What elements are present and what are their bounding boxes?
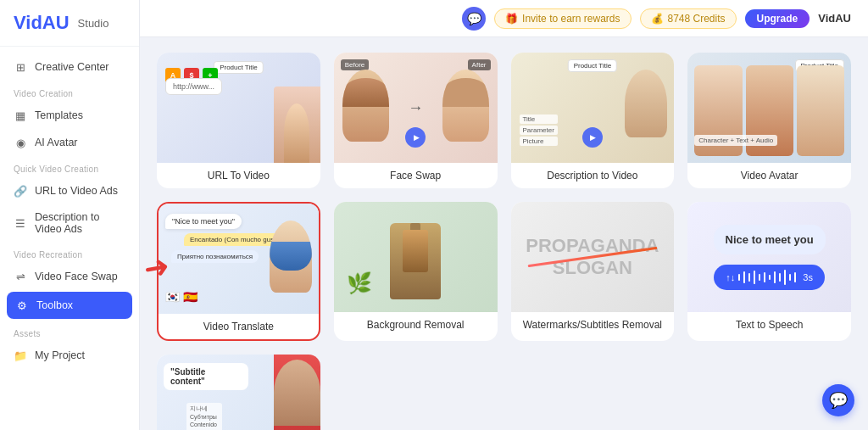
swap-arrow: → (408, 99, 423, 117)
person-shape (284, 103, 309, 163)
bottle-cap (410, 223, 420, 230)
card-thumb-translate: "Nice to meet you" Encantado (Con mucho … (159, 204, 319, 314)
face-head (342, 78, 389, 107)
logo-text: VidAU (14, 12, 70, 34)
cards-grid: Product Title A $ + http://www... URL (157, 53, 851, 430)
sidebar-item-label: Creative Center (35, 61, 109, 73)
subtitle-text: "Subtitle content" (164, 363, 248, 390)
desc-param-labels: Title Parameter Picture (520, 114, 558, 146)
translate-shirt (270, 242, 312, 271)
chat-button[interactable]: 💬 (822, 384, 854, 416)
upgrade-button[interactable]: Upgrade (745, 9, 810, 28)
plant-icon: 🌿 (347, 271, 372, 295)
wave-bar-2 (743, 271, 745, 283)
tts-duration: 3s (803, 272, 813, 282)
discord-icon[interactable]: 💬 (462, 7, 486, 31)
card-label: Face Swap (334, 163, 498, 188)
desc-param-label: Parameter (520, 126, 558, 135)
subtitle-cyrillic: 지나네СубтитрыContenidosubtitulado (186, 403, 222, 430)
card-label: URL To Video (157, 163, 320, 188)
nav-section-video-recreation: Video Recreation (0, 242, 139, 263)
card-label: Video Translate (159, 314, 319, 339)
wave-bar-5 (759, 274, 760, 281)
tts-text-bubble: Nice to meet you (714, 225, 826, 254)
sidebar-item-templates[interactable]: ▦ Templates (0, 102, 139, 129)
avatar-icon: ◉ (14, 136, 27, 149)
bottle-body (403, 230, 428, 272)
card-desc-to-video[interactable]: Product Title Title Parameter Picture ▶ … (511, 53, 675, 188)
wave-bar-6 (764, 272, 765, 282)
desc-product-title: Product Title (568, 59, 617, 72)
sidebar-item-desc-video-ads[interactable]: ☰ Description to Video Ads (0, 204, 139, 242)
card-label: Video Avatar (687, 163, 851, 188)
card-video-avatar[interactable]: Product Title Character + Text + Audio V… (687, 53, 851, 188)
desc-title-label: Title (520, 114, 558, 124)
bottle-shape (390, 223, 441, 299)
card-thumb-tts: Nice to meet you ↑↓ (687, 202, 851, 312)
nav-section-quick-video: Quick Video Creation (0, 156, 139, 177)
sidebar-item-face-swap[interactable]: ⇌ Video Face Swap (0, 263, 139, 290)
play-icon2: ▶ (590, 133, 596, 142)
card-thumb-subtitle: "Subtitle content" 🇰🇷 🇪🇸 지나네СубтитрыCont… (157, 355, 320, 430)
desc-person (625, 70, 667, 137)
desc-picture-label: Picture (520, 137, 558, 146)
credits-icon: 💰 (651, 13, 664, 25)
grid-icon: ⊞ (14, 60, 27, 74)
logo: VidAU Studio (0, 0, 139, 47)
play-button-face: ▶ (405, 127, 426, 148)
propaganda-text: PROPAGANDA (526, 235, 659, 256)
translate-flags: 🇰🇷 🇪🇸 (165, 290, 198, 304)
sidebar-item-label: My Project (35, 349, 85, 361)
play-icon: ▶ (414, 133, 420, 142)
wave-bar-7 (769, 275, 771, 280)
card-video-translate[interactable]: "Nice to meet you" Encantado (Con mucho … (157, 202, 320, 341)
card-text-to-speech[interactable]: Nice to meet you ↑↓ (687, 202, 851, 341)
wave-bar-4 (754, 271, 755, 284)
translate-speech1: "Nice to meet you" (165, 214, 242, 229)
rewards-button[interactable]: 🎁 Invite to earn rewards (494, 8, 631, 29)
nav-section-assets: Assets (0, 321, 139, 342)
card-thumb-face: Before → After ▶ (334, 53, 498, 163)
sidebar-item-my-project[interactable]: 📁 My Project (0, 342, 139, 369)
url-box: http://www... (165, 78, 222, 95)
card-thumb-desc: Product Title Title Parameter Picture ▶ (511, 53, 675, 163)
sidebar-item-label: Description to Video Ads (35, 211, 125, 235)
sidebar-item-toolbox[interactable]: ⚙ Toolbox (7, 292, 132, 319)
wave-bar-8 (774, 271, 776, 283)
logo-studio: Studio (78, 17, 109, 30)
flag-spain: 🇪🇸 (183, 290, 198, 304)
card-label: Background Removal (334, 312, 498, 338)
sidebar-item-ai-avatar[interactable]: ◉ AI Avatar (0, 129, 139, 156)
play-button-desc: ▶ (582, 127, 603, 148)
sidebar-item-label: Toolbox (36, 299, 73, 311)
product-title-badge: Product Title (214, 61, 263, 74)
card-subtitle[interactable]: "Subtitle content" 🇰🇷 🇪🇸 지나네СубтитрыCont… (157, 355, 320, 430)
nav-section-video-creation: Video Creation (0, 81, 139, 102)
card-bg-removal[interactable]: 🌿 Background Removal (334, 202, 498, 341)
desc-icon: ☰ (14, 216, 27, 230)
content-area: Product Title A $ + http://www... URL (140, 37, 868, 430)
card-url-to-video[interactable]: Product Title A $ + http://www... URL (157, 53, 320, 188)
templates-icon: ▦ (14, 109, 27, 122)
sidebar-item-label: Video Face Swap (35, 271, 118, 282)
wave-bar-11 (789, 274, 791, 281)
project-icon: 📁 (14, 349, 27, 362)
main-area: 💬 🎁 Invite to earn rewards 💰 8748 Credit… (140, 0, 868, 430)
logo-vid: VidAU (14, 12, 70, 33)
subtitle-head (274, 360, 320, 426)
sidebar: VidAU Studio ⊞ Creative Center Video Cre… (0, 0, 140, 430)
wave-bar-9 (779, 273, 781, 282)
tts-waveform: ↑↓ 3s (714, 265, 825, 290)
sidebar-item-url-video-ads[interactable]: 🔗 URL to Video Ads (0, 177, 139, 204)
credits-value: 8748 Credits (668, 13, 726, 25)
sidebar-item-label: Templates (35, 109, 83, 121)
face-after (442, 70, 489, 142)
sidebar-item-creative-center[interactable]: ⊞ Creative Center (0, 53, 139, 81)
card-watermark-removal[interactable]: PROPAGANDA SLOGAN Watermarks/Subtitles R… (511, 202, 675, 341)
card-thumb-url: Product Title A $ + http://www... (157, 53, 320, 163)
sidebar-nav: ⊞ Creative Center Video Creation ▦ Templ… (0, 47, 139, 430)
card-face-swap[interactable]: Before → After ▶ Face Swap (334, 53, 498, 188)
wave-bar-1 (738, 274, 740, 281)
sidebar-item-label: AI Avatar (35, 137, 78, 148)
tts-text: Nice to meet you (726, 233, 814, 246)
